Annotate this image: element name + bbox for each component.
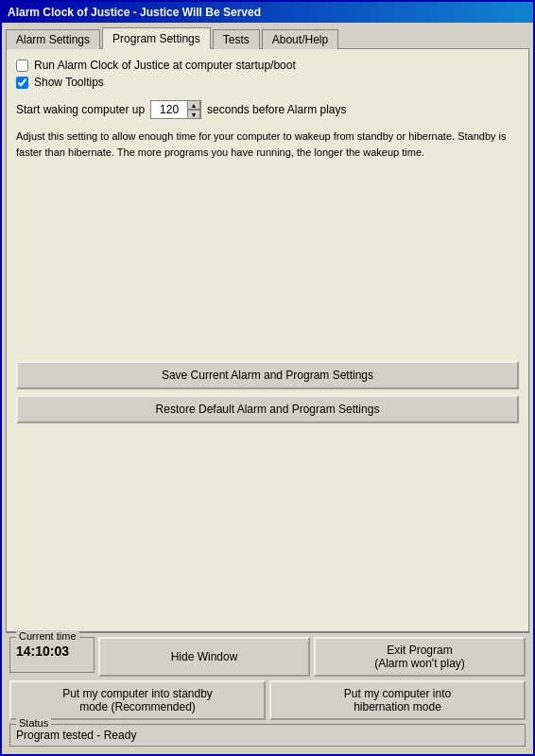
current-time-legend: Current time (16, 630, 79, 642)
restore-settings-button[interactable]: Restore Default Alarm and Program Settin… (16, 395, 519, 423)
spinner-up-button[interactable]: ▲ (187, 100, 200, 110)
spinner-label-after: seconds before Alarm plays (207, 103, 346, 116)
exit-program-button[interactable]: Exit Program (Alarm won't play) (314, 637, 526, 677)
tab-bar: Alarm Settings Program Settings Tests Ab… (6, 26, 529, 48)
main-window: Alarm Clock of Justice - Justice Will Be… (0, 0, 535, 756)
tab-about-help[interactable]: About/Help (262, 29, 338, 49)
spinner-container: ▲ ▼ (150, 100, 201, 119)
current-time-value: 14:10:03 (16, 644, 88, 659)
status-legend: Status (16, 717, 51, 729)
hide-window-button[interactable]: Hide Window (98, 637, 310, 677)
hibernate-btn-line1: Put my computer into (279, 687, 516, 700)
startup-checkbox-label: Run Alarm Clock of Justice at computer s… (34, 59, 296, 72)
save-settings-button[interactable]: Save Current Alarm and Program Settings (16, 361, 519, 389)
bottom-row1: Current time 14:10:03 Hide Window Exit P… (9, 637, 526, 677)
tooltips-checkbox-label: Show Tooltips (34, 76, 104, 89)
bottom-row2: Put my computer into standby mode (Recom… (9, 680, 526, 720)
status-value: Program tested - Ready (16, 729, 519, 742)
tooltips-checkbox[interactable] (16, 77, 28, 89)
tab-tests[interactable]: Tests (213, 29, 260, 49)
startup-checkbox[interactable] (16, 60, 28, 72)
window-title: Alarm Clock of Justice - Justice Will Be… (8, 6, 261, 19)
hibernate-button[interactable]: Put my computer into hibernation mode (269, 680, 526, 720)
wakeup-description: Adjust this setting to allow enough time… (16, 129, 519, 160)
spinner-buttons: ▲ ▼ (187, 100, 200, 119)
standby-btn-line1: Put my computer into standby (19, 687, 256, 700)
bottom-panel: Current time 14:10:03 Hide Window Exit P… (6, 632, 529, 750)
standby-btn-line2: mode (Recommended) (19, 700, 256, 713)
current-time-box: Current time 14:10:03 (9, 637, 95, 673)
exit-btn-line1: Exit Program (323, 644, 516, 657)
hibernate-btn-line2: hibernation mode (279, 700, 516, 713)
title-bar: Alarm Clock of Justice - Justice Will Be… (2, 2, 533, 23)
tab-content-program-settings: Run Alarm Clock of Justice at computer s… (6, 48, 529, 632)
tab-program-settings[interactable]: Program Settings (102, 27, 211, 49)
standby-button[interactable]: Put my computer into standby mode (Recom… (9, 680, 266, 720)
tab-alarm-settings[interactable]: Alarm Settings (6, 29, 100, 49)
tooltips-checkbox-row: Show Tooltips (16, 76, 519, 89)
spinner-row: Start waking computer up ▲ ▼ seconds bef… (16, 100, 519, 119)
status-box: Status Program tested - Ready (9, 724, 526, 747)
exit-btn-line2: (Alarm won't play) (323, 657, 516, 670)
window-body: Alarm Settings Program Settings Tests Ab… (2, 23, 533, 754)
wakeup-seconds-input[interactable] (151, 101, 187, 118)
startup-checkbox-row: Run Alarm Clock of Justice at computer s… (16, 59, 519, 72)
spinner-down-button[interactable]: ▼ (187, 110, 200, 119)
spinner-label: Start waking computer up (16, 103, 145, 116)
